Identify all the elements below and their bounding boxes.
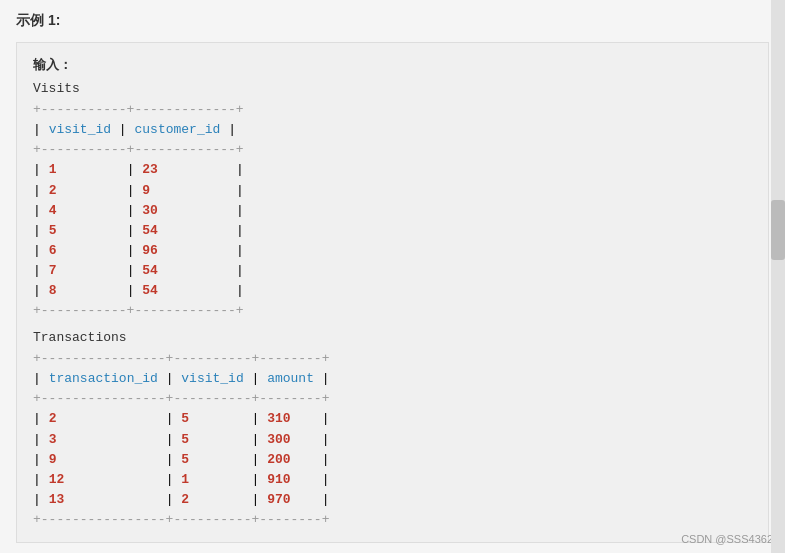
input-label: 输入： <box>33 55 752 75</box>
visits-border-mid: +-----------+-------------+ <box>33 142 244 157</box>
visits-border-top: +-----------+-------------+ <box>33 102 244 117</box>
transactions-table: Transactions +----------------+---------… <box>33 328 752 531</box>
visits-table-content: +-----------+-------------+ | visit_id |… <box>33 100 752 322</box>
trans-header: | transaction_id | visit_id | amount | <box>33 371 330 386</box>
trans-row-4: | 12 | 1 | 910 | <box>33 472 330 487</box>
visits-table: Visits +-----------+-------------+ | vis… <box>33 79 752 322</box>
trans-row-3: | 9 | 5 | 200 | <box>33 452 330 467</box>
trans-row-2: | 3 | 5 | 300 | <box>33 432 330 447</box>
trans-row-5: | 13 | 2 | 970 | <box>33 492 330 507</box>
transactions-table-content: +----------------+----------+--------+ |… <box>33 349 752 530</box>
visits-row-5: | 6 | 96 | <box>33 243 244 258</box>
scrollbar-track[interactable] <box>771 0 785 553</box>
content-block: 输入： Visits +-----------+-------------+ |… <box>16 42 769 543</box>
visits-row-2: | 2 | 9 | <box>33 183 244 198</box>
visits-row-4: | 5 | 54 | <box>33 223 244 238</box>
trans-border-mid: +----------------+----------+--------+ <box>33 391 329 406</box>
visits-border-bot: +-----------+-------------+ <box>33 303 244 318</box>
trans-border-bot: +----------------+----------+--------+ <box>33 512 329 527</box>
visits-row-7: | 8 | 54 | <box>33 283 244 298</box>
visits-row-1: | 1 | 23 | <box>33 162 244 177</box>
transactions-table-name: Transactions <box>33 328 752 348</box>
visits-row-6: | 7 | 54 | <box>33 263 244 278</box>
trans-row-1: | 2 | 5 | 310 | <box>33 411 330 426</box>
visits-header: | visit_id | customer_id | <box>33 122 236 137</box>
section-title: 示例 1: <box>16 12 769 30</box>
visits-row-3: | 4 | 30 | <box>33 203 244 218</box>
page-container: 示例 1: 输入： Visits +-----------+----------… <box>0 0 785 553</box>
watermark: CSDN @SSS4362 <box>681 533 773 545</box>
trans-border-top: +----------------+----------+--------+ <box>33 351 329 366</box>
scrollbar-thumb[interactable] <box>771 200 785 260</box>
visits-table-name: Visits <box>33 79 752 99</box>
